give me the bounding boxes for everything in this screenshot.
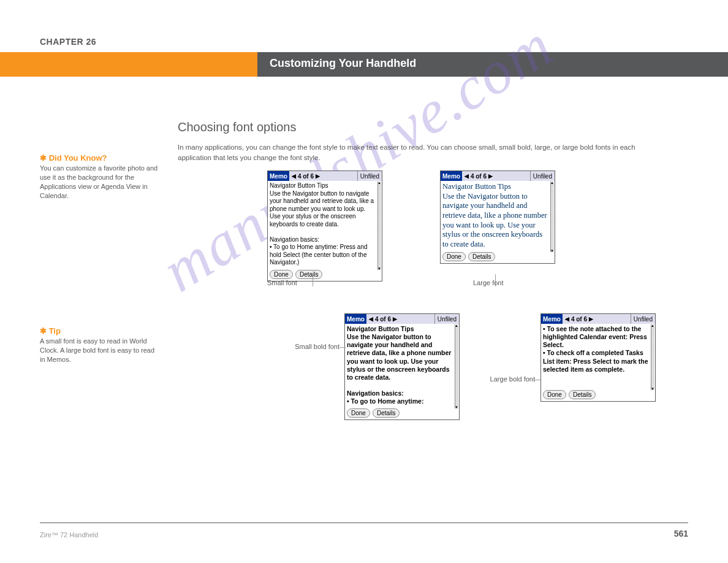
memo-body: Navigator Button Tips Use the Navigator …: [268, 181, 382, 268]
memo-body: • To see the note attached to the highli…: [541, 324, 655, 388]
memo-body: Navigator Button Tips Use the Navigator …: [441, 181, 555, 250]
chevron-right-icon[interactable]: ▶: [589, 316, 593, 322]
section-intro: In many applications, you can change the…: [178, 142, 656, 164]
memo-category[interactable]: Unfiled: [357, 171, 382, 181]
footer-divider: [40, 523, 688, 523]
done-button[interactable]: Done: [543, 390, 566, 399]
chevron-right-icon[interactable]: ▶: [488, 173, 493, 179]
tip-lead: ✱ Tip: [40, 326, 159, 335]
scrollbar[interactable]: [377, 182, 381, 270]
tip-body: You can customize a favorite photo and u…: [40, 164, 159, 200]
memo-header: Memo ◀4 of 6▶ Unfiled: [345, 314, 459, 324]
done-button[interactable]: Done: [442, 252, 466, 261]
chevron-right-icon[interactable]: ▶: [316, 173, 320, 179]
sidebar-tip-2: ✱ Tip A small font is easy to read in Wo…: [40, 326, 159, 364]
scrollbar[interactable]: [651, 324, 654, 390]
done-button[interactable]: Done: [270, 270, 293, 279]
memo-footer: Done Details: [345, 407, 459, 419]
scrollbar[interactable]: [550, 182, 554, 252]
caption-small-font: Small font: [267, 278, 359, 288]
memo-tag: Memo: [441, 171, 462, 181]
memo-nav[interactable]: ◀4 of 6▶: [563, 314, 631, 324]
memo-footer: Done Details: [441, 250, 555, 263]
details-button[interactable]: Details: [569, 390, 596, 399]
memo-header: Memo ◀4 of 6▶ Unfiled: [541, 314, 655, 324]
tip-lead: ✱ Did You Know?: [40, 153, 159, 163]
caption-large-font: Large font: [473, 278, 534, 288]
chapter-label: CHAPTER 26: [40, 37, 96, 47]
details-button[interactable]: Details: [373, 408, 400, 418]
memo-tag: Memo: [541, 314, 563, 324]
sidebar-tip-1: ✱ Did You Know? You can customize a favo…: [40, 153, 159, 200]
leader-line: [339, 347, 346, 348]
chevron-right-icon[interactable]: ▶: [393, 316, 397, 322]
details-button[interactable]: Details: [295, 270, 323, 279]
memo-tag: Memo: [345, 314, 366, 324]
memo-nav[interactable]: ◀4 of 6▶: [462, 171, 530, 181]
footer-product: Zire™ 72 Handheld: [40, 531, 98, 538]
chevron-left-icon[interactable]: ◀: [292, 173, 296, 179]
memo-nav[interactable]: ◀4 of 6▶: [289, 171, 357, 181]
memo-small-bold-font: Memo ◀4 of 6▶ Unfiled Navigator Button T…: [344, 313, 460, 420]
memo-tag: Memo: [268, 171, 289, 181]
chapter-accent: [0, 52, 257, 77]
star-icon: ✱: [40, 153, 49, 163]
leader-line: [534, 380, 540, 380]
memo-footer: Done Details: [541, 388, 655, 401]
tip-body: A small font is easy to read in World Cl…: [40, 337, 159, 364]
chevron-left-icon[interactable]: ◀: [565, 316, 569, 322]
chapter-title: Customizing Your Handheld: [270, 57, 416, 70]
chevron-left-icon[interactable]: ◀: [464, 173, 469, 179]
caption-small-bold-font: Small bold font: [278, 342, 339, 351]
footer-page-number: 561: [674, 529, 688, 538]
memo-large-font: Memo ◀4 of 6▶ Unfiled Navigator Button T…: [440, 170, 555, 264]
memo-small-font: Memo ◀4 of 6▶ Unfiled Navigator Button T…: [267, 170, 382, 282]
star-icon: ✱: [40, 326, 49, 335]
memo-category[interactable]: Unfiled: [631, 314, 655, 324]
details-button[interactable]: Details: [468, 252, 496, 261]
memo-header: Memo ◀4 of 6▶ Unfiled: [268, 171, 382, 181]
done-button[interactable]: Done: [347, 408, 370, 418]
caption-large-bold-font: Large bold font: [483, 375, 535, 384]
memo-body: Navigator Button Tips Use the Navigator …: [345, 324, 459, 407]
chevron-left-icon[interactable]: ◀: [369, 316, 373, 322]
memo-category[interactable]: Unfiled: [530, 171, 555, 181]
section-title: Choosing font options: [178, 120, 296, 134]
memo-header: Memo ◀4 of 6▶ Unfiled: [441, 171, 555, 181]
scrollbar[interactable]: [455, 324, 458, 408]
memo-large-bold-font: Memo ◀4 of 6▶ Unfiled • To see the note …: [540, 313, 656, 402]
memo-nav[interactable]: ◀4 of 6▶: [366, 314, 434, 324]
memo-category[interactable]: Unfiled: [434, 314, 459, 324]
